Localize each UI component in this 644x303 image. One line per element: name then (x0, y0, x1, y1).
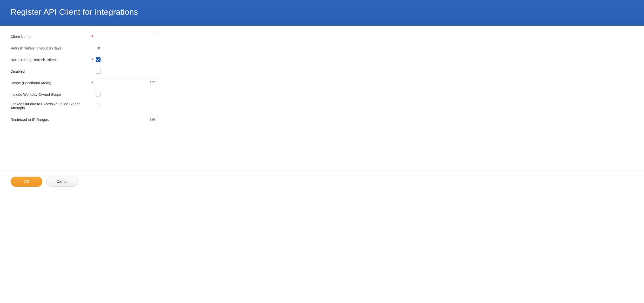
list-icon (150, 81, 155, 84)
include-workday-owned-scope-checkbox[interactable] (96, 92, 100, 97)
row-refresh-token-timeout: Refresh Token Timeout (in days) 0 (10, 42, 634, 54)
svg-rect-4 (150, 84, 151, 84)
label-locked-out: Locked Out due to Excessive Failed Signo… (10, 102, 91, 110)
non-expiring-refresh-tokens-checkbox[interactable] (96, 57, 100, 62)
row-locked-out: Locked Out due to Excessive Failed Signo… (10, 100, 634, 112)
footer-bar: OK Cancel (0, 171, 644, 192)
required-indicator: * (91, 34, 96, 40)
disabled-checkbox[interactable] (96, 69, 100, 74)
row-include-workday-owned-scope: Include Workday Owned Scope (10, 89, 634, 100)
svg-rect-1 (152, 82, 155, 82)
row-client-name: Client Name * (10, 31, 634, 42)
list-icon (150, 118, 155, 121)
label-disabled: Disabled (10, 69, 91, 73)
form-body: Client Name * Refresh Token Timeout (in … (0, 26, 644, 171)
row-disabled: Disabled (10, 65, 634, 77)
label-non-expiring-refresh-tokens: Non-Expiring Refresh Tokens (10, 58, 91, 62)
ok-button[interactable]: OK (10, 177, 42, 187)
required-indicator: * (91, 80, 96, 86)
svg-rect-0 (150, 81, 151, 82)
required-indicator: * (91, 57, 96, 63)
scope-prompt-input[interactable] (96, 78, 158, 87)
svg-rect-11 (152, 121, 155, 121)
svg-rect-5 (152, 84, 155, 84)
label-restricted-ip-ranges: Restricted to IP Ranges (10, 118, 91, 122)
svg-rect-9 (152, 119, 155, 120)
svg-rect-10 (150, 120, 151, 121)
svg-rect-3 (152, 83, 155, 83)
restricted-ip-ranges-prompt-input[interactable] (96, 115, 158, 124)
locked-out-checkbox (96, 104, 100, 108)
svg-rect-7 (152, 118, 155, 119)
client-name-input[interactable] (96, 32, 158, 41)
refresh-token-timeout-value: 0 (96, 46, 100, 50)
cancel-button[interactable]: Cancel (46, 177, 78, 187)
label-scope: Scope (Functional Areas) (10, 81, 91, 85)
svg-rect-6 (150, 118, 151, 119)
row-non-expiring-refresh-tokens: Non-Expiring Refresh Tokens * (10, 54, 634, 65)
row-scope: Scope (Functional Areas) * (10, 77, 634, 89)
label-client-name: Client Name (10, 35, 91, 39)
row-restricted-ip-ranges: Restricted to IP Ranges (10, 114, 634, 125)
page-title: Register API Client for Integrations (10, 7, 634, 17)
svg-rect-2 (150, 83, 151, 83)
page-header: Register API Client for Integrations (0, 0, 644, 26)
label-refresh-token-timeout: Refresh Token Timeout (in days) (10, 46, 91, 50)
svg-rect-8 (150, 119, 151, 120)
label-include-workday-owned-scope: Include Workday Owned Scope (10, 92, 91, 97)
